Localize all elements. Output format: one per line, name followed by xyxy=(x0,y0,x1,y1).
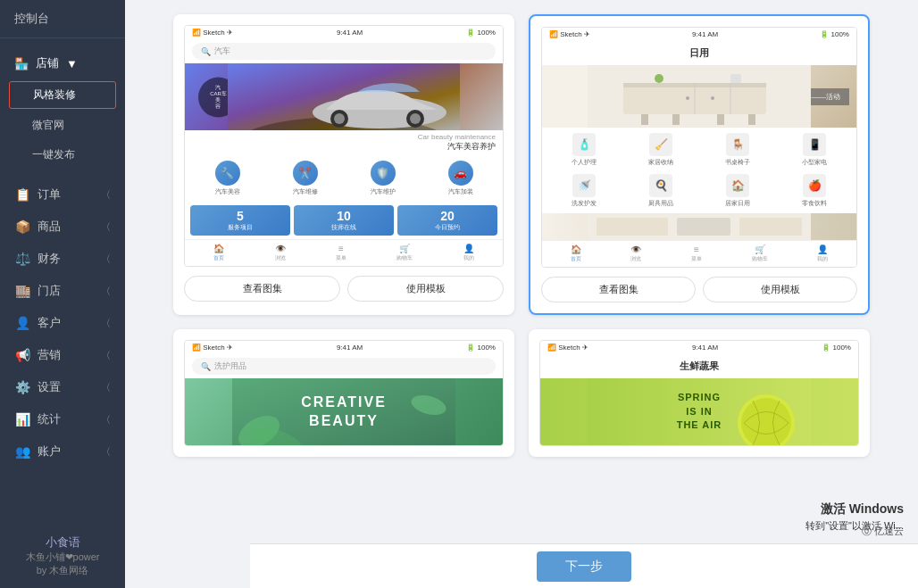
daily-profile-icon: 👤 xyxy=(817,244,828,254)
brand-name: 小食语 xyxy=(14,534,111,551)
svg-point-17 xyxy=(711,96,714,100)
by-label: by 木鱼网络 xyxy=(14,564,111,577)
car-icon-repair-circle: ✂️ xyxy=(293,161,318,186)
car-subtitle-en: Car beauty maintenance xyxy=(192,133,496,141)
svg-rect-13 xyxy=(748,114,755,125)
cloud-icon: ⓪ xyxy=(862,526,872,536)
sidebar-item-account[interactable]: 👥 账户 〈 xyxy=(0,435,125,468)
cat-home-storage: 🧹 家居收纳 xyxy=(624,133,697,167)
stats-arrow: 〈 xyxy=(101,413,111,427)
template-card-daily[interactable]: 📶 Sketch ✈ 9:41 AM 🔋 100% 日用 xyxy=(529,14,870,315)
fresh-signal: 📶 Sketch ✈ xyxy=(547,344,588,352)
haircare-icon: 🚿 xyxy=(572,174,596,197)
car-search-bar: 🔍 汽车 xyxy=(192,43,496,60)
customer-label: 客户 xyxy=(38,315,61,331)
daily-view-gallery-btn[interactable]: 查看图集 xyxy=(541,277,696,302)
wash-search-bar: 🔍 洗护用品 xyxy=(192,358,496,375)
template-card-fresh[interactable]: 📶 Sketch ✈ 9:41 AM 🔋 100% 生鲜蔬果 xyxy=(529,329,870,457)
cat-kitchen: 🍳 厨具用品 xyxy=(624,174,697,208)
daily-furniture-svg xyxy=(542,65,856,128)
nav-browse-label: 浏览 xyxy=(275,254,286,262)
sidebar-item-stats[interactable]: 📊 统计 〈 xyxy=(0,403,125,435)
nav-cart: 🛒购物车 xyxy=(396,244,413,262)
cat-home-daily: 🏠 居家日用 xyxy=(701,174,774,208)
sidebar-section-store: 🏪 店铺 ▼ 风格装修 微官网 一键发布 xyxy=(0,38,125,178)
nav-menu: ≡菜单 xyxy=(336,244,346,262)
cat-haircare: 🚿 洗发护发 xyxy=(547,174,621,208)
counter-10: 10 技师在线 xyxy=(294,205,394,236)
counter-5-label: 服务项目 xyxy=(194,223,287,232)
car-icon-maintain: 🛡️ 汽车维护 xyxy=(371,161,396,196)
next-button[interactable]: 下一步 xyxy=(537,551,631,582)
svg-point-4 xyxy=(334,113,345,124)
daily-use-template-btn[interactable]: 使用模板 xyxy=(703,277,857,302)
template-card-car[interactable]: 📶 Sketch ✈ 9:41 AM 🔋 100% 🔍 汽车 汽CAR车美容 xyxy=(173,14,514,315)
powered-by: 木鱼小铺❤power xyxy=(14,551,111,564)
product-arrow: 〈 xyxy=(101,220,111,234)
car-status-bar: 📶 Sketch ✈ 9:41 AM 🔋 100% xyxy=(185,26,503,39)
sidebar-item-product[interactable]: 📦 商品 〈 xyxy=(0,211,125,243)
template-card-wash[interactable]: 📶 Sketch ✈ 9:41 AM 🔋 100% 🔍 洗护用品 xyxy=(173,329,514,457)
sidebar-item-order[interactable]: 📋 订单 〈 xyxy=(0,178,125,211)
car-hero-image: 汽CAR车美容 xyxy=(185,63,503,130)
daily-categories-row1: 🧴 个人护理 🧹 家居收纳 🪑 书桌椅子 📱 小型家电 xyxy=(542,128,856,172)
daily-signal: 📶 Sketch ✈ xyxy=(549,30,590,38)
customer-icon: 👤 xyxy=(14,316,30,330)
nav-home-label: 首页 xyxy=(213,254,224,262)
shop-label: 门店 xyxy=(38,283,61,299)
shop-arrow: 〈 xyxy=(101,285,111,298)
sidebar-item-finance[interactable]: ⚖️ 财务 〈 xyxy=(0,243,125,275)
car-signal: 📶 Sketch ✈ xyxy=(192,29,233,37)
small-appliance-label: 小型家电 xyxy=(802,158,827,167)
eye-icon: 👁️ xyxy=(275,244,286,253)
sidebar-item-marketing[interactable]: 📢 营销 〈 xyxy=(0,339,125,371)
sidebar-item-publish[interactable]: 一键发布 xyxy=(0,140,125,170)
account-arrow: 〈 xyxy=(101,445,111,459)
snacks-label: 零食饮料 xyxy=(802,199,827,208)
sidebar-item-minisite[interactable]: 微官网 xyxy=(0,111,125,140)
daily-hero: 五周年——活动 xyxy=(542,65,856,128)
marketing-icon: 📢 xyxy=(14,348,30,362)
personal-care-label: 个人护理 xyxy=(572,158,597,167)
settings-label: 设置 xyxy=(38,379,61,395)
store-icon: 🏪 xyxy=(14,57,29,70)
car-subtitle-cn: 汽车美容养护 xyxy=(192,141,496,153)
sidebar-item-store[interactable]: 🏪 店铺 ▼ xyxy=(0,47,125,79)
store-label: 店铺 xyxy=(36,55,59,71)
counter-20-num: 20 xyxy=(401,209,494,223)
account-icon: 👥 xyxy=(14,444,30,459)
sidebar: 控制台 🏪 店铺 ▼ 风格装修 微官网 一键发布 📋 订单 〈 📦 商品 〈 ⚖… xyxy=(0,0,125,588)
car-use-template-btn[interactable]: 使用模板 xyxy=(347,276,504,302)
nav-cart-label: 购物车 xyxy=(396,254,413,262)
sidebar-item-style[interactable]: 风格装修 xyxy=(9,81,116,109)
sidebar-item-settings[interactable]: ⚙️ 设置 〈 xyxy=(0,371,125,403)
wash-search-text: 洗护用品 xyxy=(214,360,246,372)
car-icon-modify-label: 汽车加装 xyxy=(448,187,473,196)
car-icon-maintain-circle: 🛡️ xyxy=(371,161,396,186)
store-arrow: ▼ xyxy=(66,57,78,70)
activate-windows-text: 激活 Windows xyxy=(805,499,904,518)
settings-arrow: 〈 xyxy=(101,381,111,394)
car-subtitle: Car beauty maintenance 汽车美容养护 xyxy=(185,130,503,155)
fresh-title: 生鲜蔬果 xyxy=(540,354,858,378)
daily-categories-row2: 🚿 洗发护发 🍳 厨具用品 🏠 居家日用 🍎 零食饮料 xyxy=(542,172,856,213)
cat-small-appliance: 📱 小型家电 xyxy=(778,133,851,167)
cat-desk-chair: 🪑 书桌椅子 xyxy=(701,133,774,167)
kitchen-label: 厨具用品 xyxy=(648,199,673,208)
sidebar-item-customer[interactable]: 👤 客户 〈 xyxy=(0,307,125,339)
minisite-label: 微官网 xyxy=(32,119,64,131)
spring-text-line2: IS IN xyxy=(686,406,712,417)
sidebar-item-shop[interactable]: 🏬 门店 〈 xyxy=(0,275,125,307)
settings-icon: ⚙️ xyxy=(14,380,30,394)
home-storage-label: 家居收纳 xyxy=(648,158,673,167)
daily-menu-icon: ≡ xyxy=(694,244,699,254)
car-search-text: 汽车 xyxy=(214,46,230,57)
order-arrow: 〈 xyxy=(101,188,111,202)
wash-search-icon: 🔍 xyxy=(201,362,211,371)
car-icon-modify: 🚗 汽车加装 xyxy=(448,161,473,196)
car-view-gallery-btn[interactable]: 查看图集 xyxy=(184,276,340,302)
phone-screen-car: 📶 Sketch ✈ 9:41 AM 🔋 100% 🔍 汽车 汽CAR车美容 xyxy=(184,25,504,267)
home-daily-icon: 🏠 xyxy=(726,174,749,197)
finance-label: 财务 xyxy=(38,251,61,267)
phone-screen-daily: 📶 Sketch ✈ 9:41 AM 🔋 100% 日用 xyxy=(541,27,857,268)
